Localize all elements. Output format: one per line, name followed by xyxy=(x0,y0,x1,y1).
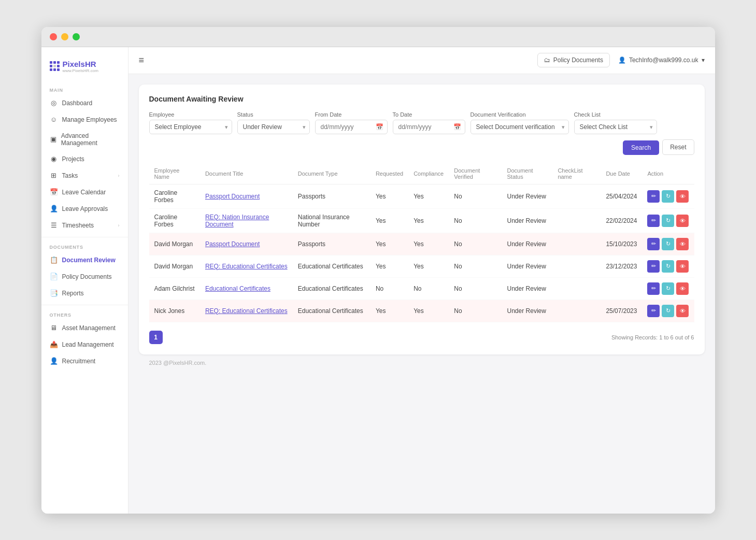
doc-verification-filter-group: Document Verification Select Document ve… xyxy=(470,111,569,134)
asset-management-icon: 🖥 xyxy=(50,324,58,332)
edit-button[interactable]: ✏ xyxy=(647,190,660,203)
refresh-button[interactable]: ↻ xyxy=(662,305,674,317)
sidebar-item-timesheets[interactable]: ☰ Timesheets › xyxy=(41,217,128,234)
edit-button[interactable]: ✏ xyxy=(647,260,660,273)
cell-compliance: Yes xyxy=(408,233,449,255)
table-body: Caroline Forbes Passport Document Passpo… xyxy=(149,184,694,322)
dashboard-icon: ◎ xyxy=(50,99,58,107)
sidebar-item-policy-documents[interactable]: 📄 Policy Documents xyxy=(41,268,128,285)
view-button[interactable]: 👁 xyxy=(676,190,689,203)
from-date-input-wrap: 📅 xyxy=(315,120,388,134)
sidebar-item-advanced-management[interactable]: ▣ Advanced Management xyxy=(41,128,128,151)
employee-select[interactable]: Select Employee xyxy=(149,120,232,134)
sidebar-item-tasks[interactable]: ⊞ Tasks › xyxy=(41,167,128,184)
records-info: Showing Records: 1 to 6 out of 6 xyxy=(611,334,694,340)
cell-status: Under Review xyxy=(502,208,553,233)
table-row: David Morgan REQ: Educational Certificat… xyxy=(149,255,694,277)
cell-status: Under Review xyxy=(502,233,553,255)
sidebar-label-leave-approvals: Leave Approvals xyxy=(62,205,108,212)
search-button[interactable]: Search xyxy=(623,140,659,155)
doc-link[interactable]: Educational Certificates xyxy=(205,285,270,292)
sidebar-item-recruitment[interactable]: 👤 Recruitment xyxy=(41,353,128,370)
user-avatar-icon: 👤 xyxy=(618,56,626,64)
checklist-filter-group: Check List Select Check List xyxy=(574,111,657,134)
section-main: MAIN xyxy=(41,83,128,95)
doc-link[interactable]: REQ: Nation Insurance Document xyxy=(205,214,269,228)
edit-button[interactable]: ✏ xyxy=(647,215,660,227)
reports-icon: 📑 xyxy=(50,289,58,297)
sidebar-item-manage-employees[interactable]: ☺ Manage Employees xyxy=(41,111,128,128)
tasks-chevron: › xyxy=(118,173,120,178)
cell-status: Under Review xyxy=(502,277,553,300)
user-info[interactable]: 👤 TechInfo@walk999.co.uk ▾ xyxy=(618,56,705,64)
page-1-button[interactable]: 1 xyxy=(149,331,163,344)
cell-checklist xyxy=(552,300,601,322)
sidebar-label-tasks: Tasks xyxy=(62,172,78,179)
view-button[interactable]: 👁 xyxy=(676,305,689,317)
refresh-button[interactable]: ↻ xyxy=(662,215,674,227)
doc-link[interactable]: Passport Document xyxy=(205,193,260,200)
from-date-filter-group: From Date 📅 xyxy=(315,111,388,134)
to-date-calendar-icon: 📅 xyxy=(453,123,461,131)
cell-requested: Yes xyxy=(370,208,408,233)
sidebar-label-lead-management: Lead Management xyxy=(62,341,114,348)
minimize-dot[interactable] xyxy=(61,33,68,40)
view-button[interactable]: 👁 xyxy=(676,282,689,295)
view-button[interactable]: 👁 xyxy=(676,260,689,273)
sidebar-item-dashboard[interactable]: ◎ Dashboard xyxy=(41,95,128,111)
employee-filter-label: Employee xyxy=(149,111,232,118)
doc-verification-select[interactable]: Select Document verification xyxy=(470,120,569,134)
cell-verified: No xyxy=(449,277,502,300)
cell-employee-name: David Morgan xyxy=(149,255,200,277)
doc-link[interactable]: Passport Document xyxy=(205,240,260,248)
checklist-select[interactable]: Select Check List xyxy=(574,120,657,134)
user-email: TechInfo@walk999.co.uk xyxy=(629,56,698,64)
cell-employee-name: Caroline Forbes xyxy=(149,184,200,208)
refresh-button[interactable]: ↻ xyxy=(662,260,674,273)
doc-link[interactable]: REQ: Educational Certificates xyxy=(205,263,288,270)
cell-due-date: 23/12/2023 xyxy=(601,255,642,277)
col-requested: Requested xyxy=(370,163,408,184)
sidebar-label-leave-calendar: Leave Calendar xyxy=(62,189,106,196)
col-document-title: Document Title xyxy=(200,163,293,184)
browser-body: PixelsHR www.PixelsHR.com MAIN ◎ Dashboa… xyxy=(41,47,715,514)
col-employee-name: Employee Name xyxy=(149,163,200,184)
sidebar-item-leave-approvals[interactable]: 👤 Leave Approvals xyxy=(41,201,128,217)
view-button[interactable]: 👁 xyxy=(676,215,689,227)
hamburger-icon[interactable]: ≡ xyxy=(139,55,145,66)
sidebar-item-leave-calendar[interactable]: 📅 Leave Calendar xyxy=(41,184,128,201)
cell-status: Under Review xyxy=(502,255,553,277)
recruitment-icon: 👤 xyxy=(50,357,58,365)
refresh-button[interactable]: ↻ xyxy=(662,238,674,250)
top-bar-right: 🗂 Policy Documents 👤 TechInfo@walk999.co… xyxy=(537,53,705,67)
sidebar-item-projects[interactable]: ◉ Projects xyxy=(41,151,128,167)
sidebar-item-document-review[interactable]: 📋 Document Review xyxy=(41,252,128,268)
from-date-calendar-icon: 📅 xyxy=(376,123,383,131)
close-dot[interactable] xyxy=(50,33,57,40)
status-select-wrapper: Under Review xyxy=(237,120,310,134)
view-button[interactable]: 👁 xyxy=(676,238,689,250)
edit-button[interactable]: ✏ xyxy=(647,282,660,295)
edit-button[interactable]: ✏ xyxy=(647,305,660,317)
sidebar-item-reports[interactable]: 📑 Reports xyxy=(41,285,128,302)
cell-compliance: Yes xyxy=(408,300,449,322)
policy-documents-icon: 📄 xyxy=(50,273,58,281)
sidebar-item-asset-management[interactable]: 🖥 Asset Management xyxy=(41,320,128,336)
main-content: ≡ 🗂 Policy Documents 👤 TechInfo@walk999.… xyxy=(129,47,715,514)
refresh-button[interactable]: ↻ xyxy=(662,282,674,295)
edit-button[interactable]: ✏ xyxy=(647,238,660,250)
cell-verified: No xyxy=(449,184,502,208)
policy-documents-button[interactable]: 🗂 Policy Documents xyxy=(537,53,610,67)
status-select[interactable]: Under Review xyxy=(237,120,310,134)
reset-button[interactable]: Reset xyxy=(662,139,694,155)
sidebar-label-projects: Projects xyxy=(62,155,84,163)
sidebar-label-timesheets: Timesheets xyxy=(62,222,94,229)
refresh-button[interactable]: ↻ xyxy=(662,190,674,203)
sidebar-item-lead-management[interactable]: 📤 Lead Management xyxy=(41,336,128,353)
col-document-verified: Document Verified xyxy=(449,163,502,184)
to-date-filter-group: To Date 📅 xyxy=(393,111,465,134)
status-filter-label: Status xyxy=(237,111,310,118)
doc-link[interactable]: REQ: Educational Certificates xyxy=(205,307,288,315)
maximize-dot[interactable] xyxy=(73,33,80,40)
cell-document-type: Educational Certificates xyxy=(293,300,370,322)
